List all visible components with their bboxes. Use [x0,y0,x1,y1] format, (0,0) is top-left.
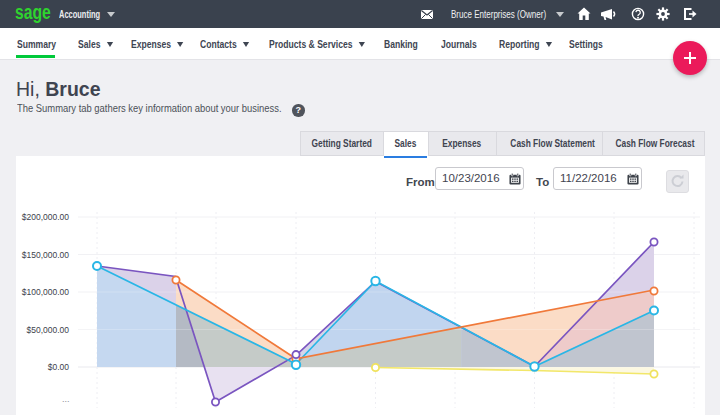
svg-text:$100,000.00: $100,000.00 [22,287,70,297]
svg-text:$50,000.00: $50,000.00 [26,325,69,335]
svg-text:$200,000.00: $200,000.00 [22,212,70,222]
svg-text:$150,000.00: $150,000.00 [22,250,70,260]
svg-text:...: ... [62,394,70,404]
svg-text:$0.00: $0.00 [48,362,70,372]
